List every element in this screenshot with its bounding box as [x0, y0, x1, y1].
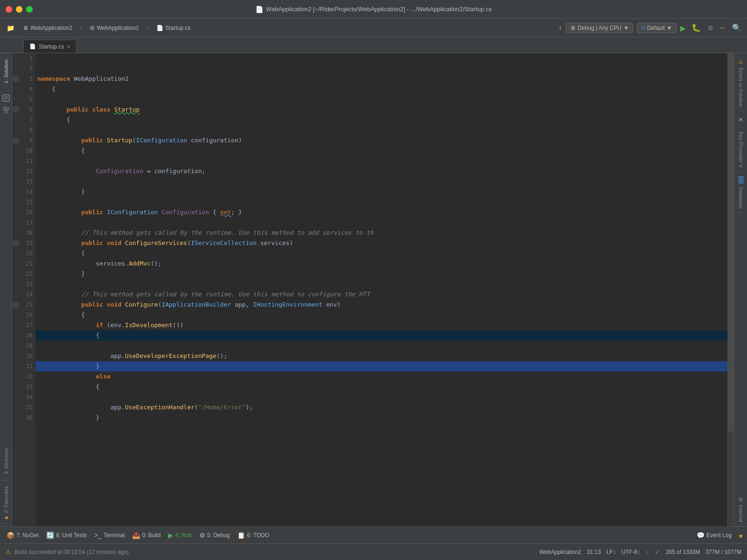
gutter-line-3: - 3	[12, 74, 35, 84]
internal-panel-button[interactable]: ⚙ Internal	[738, 492, 744, 526]
settings-icon[interactable]: ⚙	[706, 22, 715, 33]
gutter-line-13: 13	[12, 176, 35, 187]
main-layout: 1: Solution 3: Structure ★2: Favorites 1…	[0, 53, 747, 526]
favorites-panel-tab[interactable]: ★2: Favorites	[1, 481, 11, 526]
code-line-30: app.UseDeveloperExceptionPage();	[35, 351, 727, 361]
code-line-12: Configuration = configuration;	[35, 166, 727, 176]
internal-label: Internal	[738, 505, 744, 522]
gutter-line-26: 26	[12, 310, 35, 320]
unit-tests-button[interactable]: 🔄 8: Unit Tests	[43, 530, 90, 540]
gutter-line-12: 12	[12, 166, 35, 176]
close-button[interactable]	[6, 6, 12, 13]
terminal-button[interactable]: >_ Terminal	[92, 530, 127, 540]
database-label: Database	[738, 187, 744, 209]
build-icon-btn: 📤	[132, 532, 140, 539]
gutter-line-35: 35	[12, 402, 35, 413]
tab-bar: 📄 Startup.cs ×	[0, 37, 747, 53]
tab-close-button[interactable]: ×	[67, 43, 70, 50]
run-button[interactable]: ▶	[680, 22, 686, 34]
project-name-status: WebApplication2	[539, 549, 581, 555]
minimize-button[interactable]	[16, 6, 22, 13]
favorites-star-button[interactable]: ★	[738, 530, 743, 540]
code-editor[interactable]: 1 2 - 3 4 5 - 6 7 8 - 9 10 11	[12, 53, 734, 526]
maximize-button[interactable]	[26, 6, 33, 13]
gutter-line-10: 10	[12, 146, 35, 156]
toolbar-startup-cs[interactable]: 📄 Startup.cs	[154, 24, 193, 32]
solution-panel-tab[interactable]: 1: Solution	[1, 53, 11, 89]
toolbar-webapplication2-project[interactable]: 🖥 WebApplication2	[20, 24, 75, 32]
title-bar: 📄 WebApplication2 [~/RiderProjects/WebAp…	[0, 0, 747, 19]
gutter-line-36: 36	[12, 413, 35, 423]
fold-icon-9[interactable]: -	[13, 138, 19, 143]
gutter-line-25: - 25	[12, 300, 35, 310]
gutter-line-19: - 19	[12, 238, 35, 248]
cursor-position[interactable]: 31:13	[587, 549, 601, 555]
code-line-7: {	[35, 115, 727, 125]
code-line-18: // This method gets called by the runtim…	[35, 228, 727, 238]
toolbar-webapplication2-solution[interactable]: ⚙ WebApplication2	[87, 24, 141, 32]
code-line-3: namespace WebApplication2	[35, 74, 727, 84]
build-icon[interactable]: ⬇	[558, 24, 562, 32]
database-panel-button[interactable]: 🗄 Database	[737, 172, 745, 213]
debug-config-selector[interactable]: 🖥 Debug | Any CPU ▼	[566, 23, 633, 33]
code-line-33: {	[35, 382, 727, 392]
gutter-line-20: 20	[12, 248, 35, 259]
code-line-23	[35, 279, 727, 289]
gutter-line-18: 18	[12, 228, 35, 238]
gutter-line-8: 8	[12, 125, 35, 135]
build-button[interactable]: 📤 0: Build	[129, 530, 163, 540]
breadcrumb-separator-2: ›	[145, 23, 150, 32]
toolbar: 📁 🖥 WebApplication2 › ⚙ WebApplication2 …	[0, 19, 747, 37]
gutter-line-17: 17	[12, 217, 35, 228]
code-content[interactable]: namespace WebApplication2 { public class…	[35, 53, 727, 526]
debug-button[interactable]: 🐛	[690, 22, 703, 33]
title-text: WebApplication2 [~/RiderProjects/WebAppl…	[266, 6, 492, 13]
run-icon: ▶	[168, 532, 173, 539]
errors-panel-button[interactable]: ⚠ Errors in Solution	[738, 53, 744, 111]
code-line-10: {	[35, 146, 727, 156]
memory-usage: 377M / 1077M	[705, 549, 741, 555]
fold-icon-25[interactable]: -	[13, 302, 19, 308]
run-button-bottom[interactable]: ▶ 4: Run	[165, 530, 194, 540]
scroll-thumb[interactable]	[727, 53, 734, 432]
line-ending[interactable]: LF↕	[606, 549, 616, 555]
svg-rect-5	[7, 107, 9, 110]
more-icon[interactable]: ⋯	[718, 22, 726, 33]
gutter-line-9: - 9	[12, 135, 35, 146]
breadcrumb-separator-1: ›	[79, 23, 84, 32]
toolbar-project-icon[interactable]: 📁	[4, 23, 17, 33]
structure-icon[interactable]	[1, 105, 11, 115]
encoding[interactable]: UTF-8↕	[621, 549, 640, 555]
gutter-line-33: 33	[12, 382, 35, 392]
structure-panel-tab[interactable]: 3: Structure	[1, 442, 11, 481]
todo-button[interactable]: 📋 6: TODO	[234, 530, 272, 540]
default-config-selector[interactable]: N Default ▼	[637, 23, 677, 33]
solution-icon[interactable]	[1, 93, 11, 103]
event-log-button[interactable]: 💬 Event Log	[694, 530, 734, 540]
code-line-29	[35, 341, 727, 351]
window-controls[interactable]	[6, 6, 33, 13]
gutter-line-14: 14	[12, 187, 35, 197]
code-line-20: {	[35, 248, 727, 259]
fold-icon-19[interactable]: -	[13, 240, 19, 246]
close-right-panel-button[interactable]: ×	[739, 111, 743, 128]
search-icon[interactable]: 🔍	[730, 22, 743, 33]
warning-icon: ⚠	[739, 57, 743, 66]
gutter-line-30: 30	[12, 351, 35, 361]
code-line-35: app.UseExceptionHandler("/Home/Error");	[35, 402, 727, 413]
code-line-24: // This method gets called by the runtim…	[35, 289, 727, 300]
nuget-button[interactable]: 📦 7: NuGet	[4, 530, 42, 540]
tab-startup-cs[interactable]: 📄 Startup.cs ×	[23, 40, 77, 53]
tab-label: Startup.cs	[39, 43, 64, 50]
gutter-line-16: 16	[12, 207, 35, 217]
internal-icon: ⚙	[739, 496, 742, 503]
status-bar: ⚠ Build succeeded at 09:12:04 (12 minute…	[0, 543, 747, 560]
gutter-line-24: 24	[12, 289, 35, 300]
code-line-13	[35, 176, 727, 187]
fold-icon-6[interactable]: -	[13, 107, 19, 112]
fold-icon-3[interactable]: -	[13, 76, 19, 82]
close-icon: ×	[739, 115, 743, 124]
debug-button-bottom[interactable]: ⚙ 5: Debug	[197, 530, 233, 540]
scrollbar[interactable]	[727, 53, 734, 526]
key-promoter-panel-button[interactable]: Key Promoter X	[738, 128, 744, 172]
